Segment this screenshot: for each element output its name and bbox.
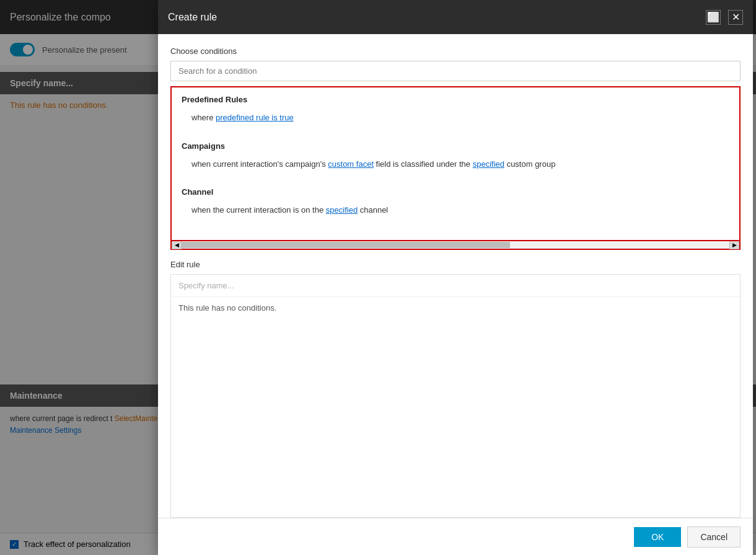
edit-rule-no-conditions: This rule has no conditions. bbox=[171, 297, 740, 517]
ok-button[interactable]: OK bbox=[634, 527, 681, 547]
conditions-container: Predefined Rules where predefined rule i… bbox=[170, 86, 741, 241]
edit-rule-name-placeholder: Specify name... bbox=[171, 275, 740, 297]
channel-title: Channel bbox=[182, 187, 729, 197]
create-rule-modal: Create rule ⬜ ✕ Choose conditions bbox=[158, 0, 753, 555]
chevron-left-icon: ◀ bbox=[175, 242, 179, 248]
channel-group: Channel when the current interaction is … bbox=[172, 180, 739, 226]
predefined-rules-title: Predefined Rules bbox=[182, 95, 729, 104]
edit-rule-section: Edit rule Specify name... This rule has … bbox=[170, 260, 741, 518]
channel-specified-link[interactable]: specified bbox=[326, 205, 358, 215]
chevron-right-icon: ▶ bbox=[732, 242, 737, 248]
h-scrollbar-track bbox=[182, 242, 729, 248]
predefined-rules-group: Predefined Rules where predefined rule i… bbox=[172, 87, 739, 134]
scroll-left-btn[interactable]: ◀ bbox=[172, 241, 182, 249]
specified-link[interactable]: specified bbox=[473, 159, 504, 169]
close-button[interactable]: ✕ bbox=[728, 10, 743, 25]
scroll-right-btn[interactable]: ▶ bbox=[729, 241, 739, 249]
predefined-rule-link[interactable]: predefined rule is true bbox=[216, 113, 294, 122]
search-input[interactable] bbox=[170, 61, 741, 81]
h-scrollbar-thumb[interactable] bbox=[182, 242, 510, 248]
custom-facet-link[interactable]: custom facet bbox=[328, 159, 374, 169]
modal-controls: ⬜ ✕ bbox=[706, 10, 743, 25]
modal-title: Create rule bbox=[168, 12, 706, 23]
h-scrollbar-container: ◀ ▶ bbox=[170, 241, 741, 250]
predefined-rule-item[interactable]: where predefined rule is true bbox=[182, 109, 729, 127]
edit-rule-box: Specify name... This rule has no conditi… bbox=[170, 274, 741, 518]
channel-item[interactable]: when the current interaction is on the s… bbox=[182, 202, 729, 219]
modal-body: Choose conditions Predefined Rules where… bbox=[158, 34, 753, 518]
choose-conditions-label: Choose conditions bbox=[170, 47, 741, 56]
conditions-scroll[interactable]: Predefined Rules where predefined rule i… bbox=[172, 87, 739, 240]
maximize-icon: ⬜ bbox=[707, 11, 719, 23]
modal-footer: OK Cancel bbox=[158, 518, 753, 555]
campaigns-group: Campaigns when current interaction's cam… bbox=[172, 134, 739, 180]
edit-rule-label: Edit rule bbox=[170, 260, 741, 269]
close-icon: ✕ bbox=[732, 11, 740, 23]
campaigns-title: Campaigns bbox=[182, 141, 729, 151]
cancel-button[interactable]: Cancel bbox=[687, 526, 741, 548]
modal-titlebar: Create rule ⬜ ✕ bbox=[158, 0, 753, 34]
maximize-button[interactable]: ⬜ bbox=[706, 10, 721, 25]
campaigns-item[interactable]: when current interaction's campaign's cu… bbox=[182, 156, 729, 173]
choose-conditions-section: Choose conditions Predefined Rules where… bbox=[170, 47, 741, 250]
